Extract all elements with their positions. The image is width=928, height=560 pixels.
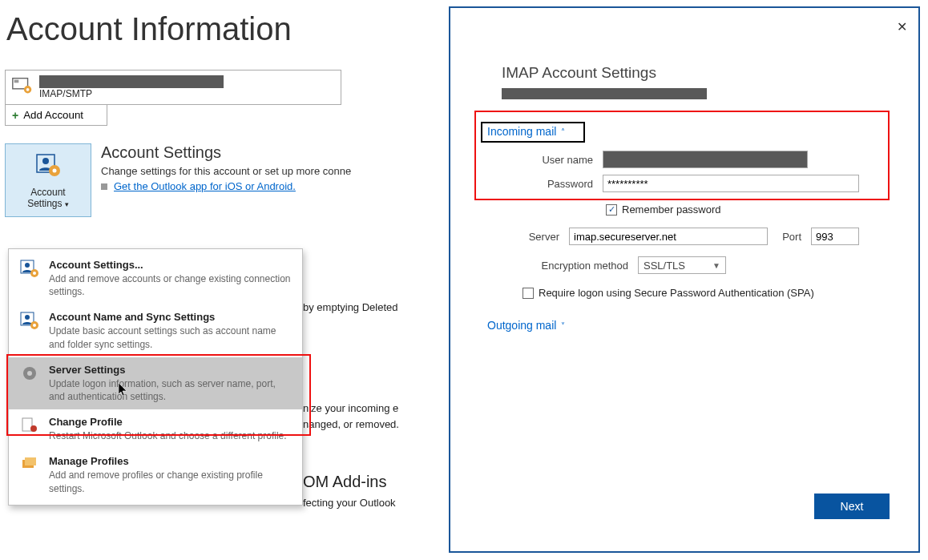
person-gear-icon [18,311,41,350]
checkbox-icon [523,288,534,299]
server-label: Server [523,231,559,243]
page-title: Account Information [6,11,436,47]
svg-point-15 [33,324,36,327]
account-email-redacted [39,75,224,88]
account-settings-menu: Account Settings... Add and remove accou… [8,248,303,506]
plus-icon: + [12,109,18,122]
svg-rect-1 [14,79,19,83]
svg-point-7 [53,169,57,173]
bg-text: fecting your Outlook [303,497,396,509]
chevron-down-icon: ▼ [712,261,720,270]
checkbox-icon [606,204,617,216]
svg-point-3 [26,87,30,91]
svg-point-17 [27,371,32,376]
menu-item-account-settings[interactable]: Account Settings... Add and remove accou… [9,252,302,304]
encryption-select[interactable]: SSL/TLS ▼ [638,256,726,274]
menu-item-server-settings[interactable]: Server Settings Update logon information… [9,357,302,409]
account-type-label: IMAP/SMTP [39,88,224,99]
bg-text: by emptying Deleted [303,301,398,313]
close-button[interactable]: ✕ [897,19,907,34]
profile-swap-icon [18,416,41,442]
svg-point-11 [33,272,36,275]
remember-password-checkbox[interactable]: Remember password [606,203,721,216]
account-settings-dropdown-button[interactable]: Account Settings ▾ [5,143,91,217]
add-account-button[interactable]: + Add Account [5,105,107,126]
dialog-email-redacted [502,88,707,99]
server-input[interactable] [569,228,768,245]
gear-icon [18,364,41,403]
bg-text: nize your incoming e [303,402,398,414]
chevron-down-icon: ˅ [561,321,565,330]
menu-item-manage-profiles[interactable]: Manage Profiles Add and remove profiles … [9,449,302,501]
bg-text: nanged, or removed. [303,418,399,430]
bg-heading: OM Add-ins [303,473,386,491]
menu-item-account-name-sync[interactable]: Account Name and Sync Settings Update ba… [9,304,302,357]
next-button[interactable]: Next [814,494,890,519]
account-settings-desc: Change settings for this account or set … [101,165,436,177]
account-settings-heading: Account Settings [101,143,436,162]
outgoing-mail-toggle[interactable]: Outgoing mail ˅ [487,319,565,332]
chevron-up-icon: ˄ [561,127,565,136]
svg-point-19 [30,425,37,432]
username-input[interactable] [603,151,808,168]
menu-item-change-profile[interactable]: Change Profile Restart Microsoft Outlook… [9,409,302,449]
bullet-icon [101,183,107,190]
incoming-mail-toggle[interactable]: Incoming mail ˄ [487,125,565,138]
port-label: Port [777,231,801,243]
svg-point-9 [25,263,30,268]
svg-rect-21 [25,457,36,465]
password-input[interactable] [603,175,859,192]
encryption-label: Encryption method [523,260,628,272]
person-gear-icon [18,259,41,298]
spa-checkbox[interactable]: Require logon using Secure Password Auth… [523,287,814,299]
add-account-label: Add Account [23,109,83,121]
dialog-title: IMAP Account Settings [502,64,656,82]
svg-point-13 [25,315,30,320]
chevron-down-icon: ▾ [65,200,69,208]
password-label: Password [523,178,593,190]
mailbox-icon [10,75,34,101]
username-label: User name [523,154,593,166]
imap-settings-dialog: ✕ IMAP Account Settings Incoming mail ˄ … [449,6,920,553]
account-summary-bar[interactable]: IMAP/SMTP [5,70,341,105]
person-gear-icon [32,151,64,184]
outlook-app-link[interactable]: Get the Outlook app for iOS or Android. [114,180,296,192]
svg-point-5 [42,158,49,164]
port-input[interactable] [811,228,859,245]
folders-icon [18,455,41,494]
